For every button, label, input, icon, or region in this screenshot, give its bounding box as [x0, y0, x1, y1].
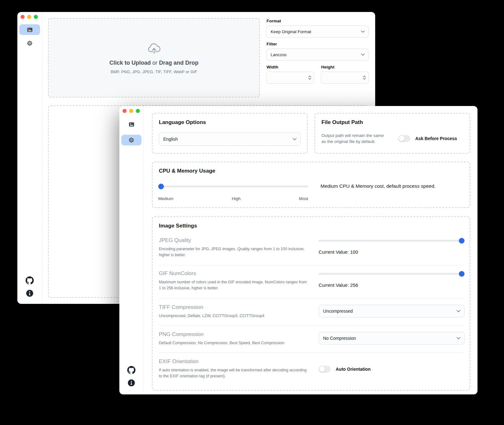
- auto-orientation-label: Auto Orientation: [336, 367, 370, 372]
- tiff-compression-title: TIFF Compression: [159, 304, 309, 310]
- upload-title: Click to Upload or Drag and Drop: [109, 60, 198, 66]
- width-field[interactable]: [271, 75, 308, 80]
- gif-numcolors-slider-thumb[interactable]: [459, 271, 465, 277]
- sidebar-item-images[interactable]: [121, 119, 141, 130]
- image-settings-title: Image Settings: [159, 223, 463, 229]
- filter-label: Filter: [267, 42, 369, 46]
- info-icon: [26, 290, 33, 297]
- jpeg-quality-slider[interactable]: [319, 240, 465, 242]
- gear-icon: [128, 137, 135, 143]
- gif-numcolors-title: GIF NumColors: [159, 270, 309, 277]
- sidebar-item-settings[interactable]: [121, 135, 141, 145]
- jpeg-quality-description: Encoding parameter for JPG, JPEG images.…: [159, 246, 309, 258]
- gif-numcolors-description: Maximum number of colors used in the GIF…: [159, 279, 309, 291]
- chevron-down-icon: [293, 138, 297, 140]
- format-select[interactable]: Keep Original Format: [266, 26, 369, 38]
- gif-numcolors-slider[interactable]: [319, 273, 465, 275]
- language-options-panel: Language Options English: [152, 113, 308, 154]
- image-icon: [129, 121, 135, 127]
- output-path-description: Output path will remain the same as the …: [321, 133, 389, 145]
- cpu-slider-labels: Medium High Most: [158, 196, 308, 201]
- auto-orientation-toggle[interactable]: [319, 366, 331, 373]
- png-compression-row: PNG Compression Default Compression, No …: [159, 325, 463, 352]
- window-controls: [123, 109, 140, 113]
- file-output-path-title: File Output Path: [321, 119, 463, 126]
- chevron-down-icon: [457, 310, 460, 312]
- cpu-slider[interactable]: [158, 186, 308, 187]
- cpu-slider-thumb[interactable]: [158, 184, 164, 189]
- file-output-path-panel: File Output Path Output path will remain…: [315, 113, 470, 154]
- info-icon: [128, 379, 135, 387]
- minimize-button[interactable]: [129, 109, 133, 113]
- exif-orientation-title: EXIF Orientation: [159, 358, 309, 365]
- chevron-down-icon: [361, 53, 365, 56]
- stepper-up-down-icon[interactable]: [363, 75, 366, 80]
- filter-value: Lanczos: [271, 52, 286, 57]
- sidebar-item-images[interactable]: [19, 24, 40, 35]
- tiff-compression-description: Uncompressed, Deflate, LZW, CCITTGroup3,…: [159, 313, 309, 319]
- github-link[interactable]: [26, 276, 34, 285]
- png-compression-description: Default Compression, No Compression, Bes…: [159, 340, 309, 346]
- filter-select[interactable]: Lanczos: [266, 49, 369, 61]
- zoom-button[interactable]: [34, 15, 38, 19]
- chevron-down-icon: [457, 337, 460, 339]
- jpeg-quality-slider-thumb[interactable]: [459, 238, 465, 244]
- tiff-compression-row: TIFF Compression Uncompressed, Deflate, …: [159, 298, 463, 325]
- png-compression-select[interactable]: No Compression: [319, 332, 465, 345]
- github-link[interactable]: [127, 366, 135, 374]
- language-options-title: Language Options: [159, 119, 301, 126]
- sidebar: [119, 106, 144, 394]
- github-icon: [127, 366, 135, 374]
- toggle-knob: [319, 366, 325, 372]
- stepper-up-down-icon[interactable]: [308, 75, 311, 80]
- cpu-memory-title: CPU & Memory Usage: [159, 168, 463, 174]
- close-button[interactable]: [123, 109, 127, 113]
- format-value: Keep Original Format: [271, 29, 311, 34]
- jpeg-quality-row: JPEG Quality Encoding parameter for JPG,…: [159, 232, 463, 265]
- about-button[interactable]: [26, 290, 33, 297]
- ask-before-process-label: Ask Before Process: [415, 136, 457, 141]
- width-input[interactable]: [266, 72, 314, 84]
- gear-icon: [27, 40, 33, 46]
- image-settings-panel: Image Settings JPEG Quality Encoding par…: [152, 216, 470, 391]
- cpu-status-text: Medium CPU & Memory cost, default proces…: [321, 183, 435, 189]
- close-button[interactable]: [21, 15, 25, 19]
- settings-window: Language Options English File Output Pat…: [119, 106, 477, 394]
- github-icon: [26, 276, 34, 285]
- cloud-upload-icon: [147, 41, 162, 55]
- window-controls: [21, 15, 38, 19]
- convert-options: Format Keep Original Format Filter Lancz…: [266, 19, 369, 84]
- height-label: Height: [321, 65, 369, 69]
- height-field[interactable]: [325, 75, 363, 80]
- tiff-compression-value: Uncompressed: [323, 309, 353, 314]
- cpu-memory-panel: CPU & Memory Usage Medium High Most Medi…: [152, 162, 470, 208]
- exif-orientation-description: If auto orientation is enabled, the imag…: [159, 367, 309, 379]
- width-label: Width: [267, 65, 314, 69]
- sidebar-item-settings[interactable]: [19, 38, 40, 49]
- exif-orientation-row: EXIF Orientation If auto orientation is …: [159, 352, 463, 386]
- tiff-compression-select[interactable]: Uncompressed: [319, 305, 465, 317]
- height-input[interactable]: [321, 72, 369, 84]
- sidebar: [17, 12, 42, 304]
- gif-numcolors-row: GIF NumColors Maximum number of colors u…: [159, 265, 463, 298]
- upload-formats: BMP, PNG, JPG, JPEG, TIF, TIFF, WebP or …: [111, 70, 197, 74]
- jpeg-quality-current-value: Current Value: 100: [319, 249, 465, 255]
- chevron-down-icon: [361, 30, 365, 33]
- image-icon: [27, 27, 33, 33]
- upload-dropzone[interactable]: Click to Upload or Drag and Drop BMP, PN…: [48, 18, 260, 97]
- cpu-tick-medium: Medium: [158, 196, 173, 201]
- language-select[interactable]: English: [159, 132, 301, 146]
- cpu-tick-most: Most: [299, 196, 308, 201]
- cpu-tick-high: High: [232, 196, 241, 201]
- toggle-knob: [399, 136, 405, 141]
- png-compression-value: No Compression: [323, 336, 356, 341]
- minimize-button[interactable]: [27, 15, 31, 19]
- gif-numcolors-current-value: Current Value: 256: [319, 282, 465, 288]
- format-label: Format: [267, 19, 369, 23]
- zoom-button[interactable]: [136, 109, 140, 113]
- ask-before-process-toggle[interactable]: [398, 135, 410, 142]
- about-button[interactable]: [128, 379, 135, 387]
- language-value: English: [163, 137, 178, 142]
- jpeg-quality-title: JPEG Quality: [159, 237, 309, 244]
- png-compression-title: PNG Compression: [159, 331, 309, 338]
